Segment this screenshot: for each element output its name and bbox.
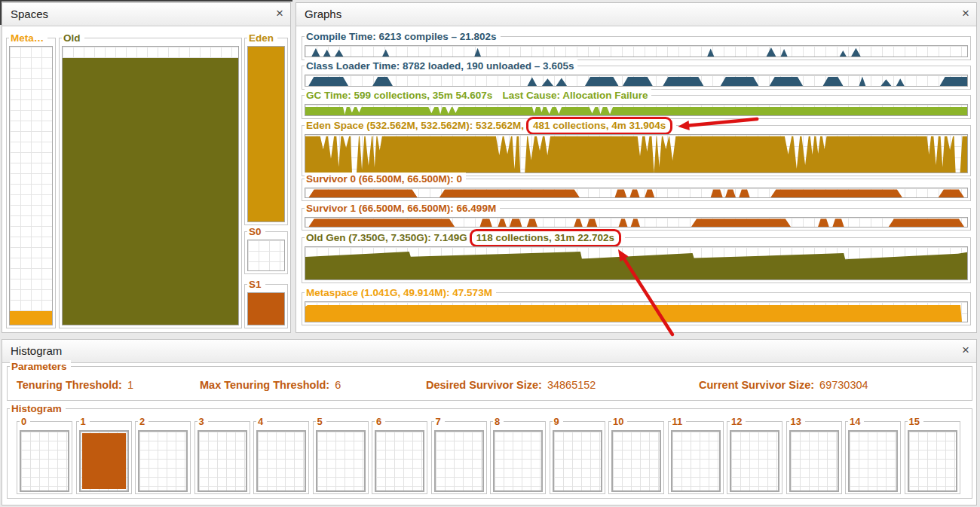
bin-box — [20, 430, 69, 492]
graphs-close-button[interactable]: × — [962, 6, 969, 21]
bin-label: 12 — [730, 415, 746, 428]
graph-row-gc: GC Time: 599 collections, 35m 54.607sLas… — [302, 95, 971, 119]
parameter-label: Tenuring Threshold: — [17, 379, 122, 391]
graph-title-gc: GC Time: 599 collections, 35m 54.607sLas… — [305, 89, 651, 102]
graph-title-s1: Survivor 1 (66.500M, 66.500M): 66.499M — [305, 202, 500, 215]
histogram-bin-9: 9 — [550, 421, 605, 494]
graph-strip-s1 — [305, 217, 968, 228]
graph-title-classloader: Class Loader Time: 8782 loaded, 190 unlo… — [305, 60, 577, 72]
bin-label: 8 — [493, 415, 504, 428]
histogram-bin-15: 15 — [905, 421, 960, 494]
histogram-bin-0: 0 — [17, 421, 72, 494]
histogram-bin-13: 13 — [786, 421, 842, 494]
bin-label: 10 — [611, 415, 627, 428]
graph-waveform-metaspace — [305, 302, 967, 322]
bin-label: 4 — [256, 415, 267, 428]
histogram-bin-6: 6 — [372, 421, 427, 494]
graph-waveform-s1 — [305, 218, 967, 227]
parameter-item: Desired Survivor Size:34865152 — [426, 379, 596, 391]
eden-space-fill — [248, 47, 284, 221]
survivor0-space-box — [247, 240, 285, 271]
graph-strip-old — [305, 246, 968, 280]
graph-title-text: Metaspace (1.041G, 49.914M): 47.573M — [306, 287, 492, 298]
graph-row-compile: Compile Time: 6213 compiles – 21.802s — [302, 36, 971, 60]
graph-title-eden: Eden Space (532.562M, 532.562M): 532.562… — [305, 119, 676, 132]
window-edge-top — [0, 0, 292, 2]
graph-strip-metaspace — [305, 301, 968, 322]
metaspace-space-group: Meta… — [6, 38, 56, 328]
bin-box — [138, 430, 188, 492]
survivor1-space-box — [247, 292, 285, 325]
histogram-bin-10: 10 — [608, 421, 664, 494]
graph-strip-classloader — [305, 75, 968, 87]
bin-label: 11 — [671, 415, 687, 428]
metaspace-space-fill — [10, 311, 52, 325]
parameter-value: 1 — [127, 379, 133, 391]
graph-row-metaspace: Metaspace (1.041G, 49.914M): 47.573M — [302, 292, 971, 325]
bin-box — [671, 430, 721, 492]
graph-title-metaspace: Metaspace (1.041G, 49.914M): 47.573M — [305, 286, 496, 299]
metaspace-space-label: Meta… — [9, 32, 47, 44]
histogram-bin-2: 2 — [135, 421, 191, 494]
histogram-bin-14: 14 — [845, 421, 901, 494]
graph-waveform-classloader — [305, 75, 967, 86]
parameter-item: Max Tenuring Threshold:6 — [200, 379, 341, 391]
graph-title-text: Class Loader Time: 8782 loaded, 190 unlo… — [306, 60, 574, 72]
bin-label: 1 — [79, 415, 90, 428]
parameter-label: Max Tenuring Threshold: — [200, 379, 329, 391]
histogram-panel-title: Histogram — [11, 344, 62, 357]
graph-strip-s0 — [305, 188, 968, 198]
parameter-item: Tenuring Threshold:1 — [17, 379, 133, 391]
graph-title-text: Compile Time: 6213 compiles – 21.802s — [306, 31, 497, 42]
survivor1-space-group: S1 — [244, 284, 288, 328]
bin-label: 6 — [375, 415, 385, 428]
bin-label: 3 — [198, 415, 208, 428]
survivor1-space-label: S1 — [247, 278, 265, 291]
graph-row-eden: Eden Space (532.562M, 532.562M): 532.562… — [302, 125, 971, 176]
parameter-value: 34865152 — [547, 379, 596, 391]
bin-label: 7 — [434, 415, 445, 428]
graph-strip-eden — [305, 134, 968, 173]
graph-title-text: GC Time: 599 collections, 35m 54.607s — [306, 90, 492, 101]
graph-row-s1: Survivor 1 (66.500M, 66.500M): 66.499M — [302, 208, 971, 231]
graph-waveform-s0 — [305, 188, 967, 197]
graph-row-s0: Survivor 0 (66.500M, 66.500M): 0 — [302, 179, 971, 201]
eden-space-box — [247, 46, 285, 222]
histogram-panel-header: Histogram × — [2, 340, 976, 363]
graph-title-text: Old Gen (7.350G, 7.350G): 7.149G — [306, 232, 467, 243]
gc-last-cause: Last Cause: Allocation Failure — [502, 90, 648, 101]
parameters-group-label: Parameters — [10, 360, 71, 373]
window-edge-left — [0, 0, 2, 25]
histogram-close-button[interactable]: × — [962, 343, 969, 358]
graph-waveform-compile — [305, 46, 967, 57]
histogram-bin-3: 3 — [194, 421, 250, 494]
bin-label: 14 — [848, 415, 864, 428]
bin-label: 13 — [789, 415, 805, 428]
graph-strip-compile — [305, 45, 968, 57]
graph-waveform-eden — [305, 135, 967, 173]
parameters-group: Parameters Tenuring Threshold:1 Max Tenu… — [7, 366, 972, 401]
bin-box — [375, 430, 424, 492]
survivor0-space-group: S0 — [244, 231, 288, 274]
old-space-label: Old — [62, 32, 84, 44]
bin-box — [730, 430, 779, 492]
visualgc-window: Spaces × Meta… Old Eden S0 S1 Graphs × — [0, 0, 980, 507]
bin-box — [553, 430, 602, 492]
bin-label: 0 — [20, 415, 30, 428]
graph-title-text: Eden Space (532.562M, 532.562M): 532.562… — [306, 120, 524, 131]
histogram-bin-1: 1 — [76, 421, 132, 494]
spaces-close-button[interactable]: × — [276, 6, 283, 21]
graphs-panel-title: Graphs — [305, 8, 341, 20]
spaces-panel-header: Spaces × — [2, 3, 290, 26]
histogram-bin-7: 7 — [431, 421, 487, 494]
parameter-value: 6 — [335, 379, 341, 391]
bin-label: 2 — [138, 415, 149, 428]
bin-box — [908, 430, 957, 492]
histogram-bin-12: 12 — [727, 421, 782, 494]
bin-label: 5 — [316, 415, 326, 428]
bin-label: 9 — [553, 415, 563, 428]
histogram-bin-4: 4 — [253, 421, 309, 494]
old-space-fill — [63, 58, 238, 325]
bin-box — [848, 430, 898, 492]
parameter-label: Current Survivor Size: — [699, 379, 814, 391]
